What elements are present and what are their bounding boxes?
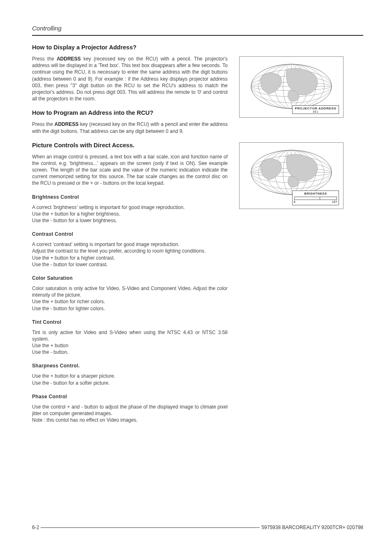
text: Use the - button for lower contrast. — [32, 261, 228, 268]
overlay-brightness: BRIGHTNESS 0 127 — [292, 190, 339, 205]
text: Use the + button for a higher brightness… — [32, 211, 228, 217]
block-color: Color saturation is only active for Vide… — [32, 285, 228, 312]
doc-id: 5975938 BARCOREALITY 9200TCR+ 020798 — [261, 525, 363, 530]
para-picture-intro: When an image control is pressed, a text… — [32, 153, 228, 187]
kbd-address: ADDRESS — [57, 56, 81, 62]
text: Use the - button for a softer picture. — [32, 380, 228, 386]
text: Adjust the contrast to the level you pre… — [32, 248, 228, 254]
para-program-address: Press the ADDRESS key (recessed key on t… — [32, 121, 228, 134]
text: Use the + button — [32, 342, 228, 349]
subhead-tint: Tint Control — [32, 319, 228, 325]
block-phase: Use the control + and - button to adjust… — [32, 404, 228, 424]
header-rule — [32, 35, 363, 36]
subhead-brightness: Brightness Control — [32, 194, 228, 200]
text: A correct 'contrast' setting is importan… — [32, 241, 228, 248]
text: Color saturation is only active for Vide… — [32, 285, 228, 298]
text: Use the - button for lighter colors. — [32, 305, 228, 312]
page-footer: 6-2 5975938 BARCOREALITY 9200TCR+ 020798 — [32, 525, 363, 530]
text: Use the + button for a sharper picture. — [32, 373, 228, 379]
text: Note : this contol has no effect on Vide… — [32, 417, 228, 423]
text: setting is important for good image repr… — [78, 204, 185, 210]
subhead-color: Color Saturation — [32, 275, 228, 281]
bar-max: 127 — [332, 200, 337, 203]
globe-icon — [248, 148, 334, 197]
text-italic: 'brightness' — [53, 204, 78, 210]
heading-display-address: How to Display a Projector Address? — [32, 44, 228, 51]
figure-projector-address: PROJECTOR ADDRESS 001 — [239, 56, 344, 118]
text: Press the — [32, 56, 57, 62]
text: Press the — [32, 121, 55, 127]
text: A correct — [32, 204, 53, 210]
para-display-address: Press the ADDRESS key (recessed key on t… — [32, 56, 228, 102]
block-tint: Tint is only active for Video and S-Vide… — [32, 329, 228, 356]
overlay-title: BRIGHTNESS — [304, 192, 327, 195]
footer-rule — [41, 527, 260, 528]
page-number: 6-2 — [32, 525, 39, 530]
text: Use the - button for a lower brightness. — [32, 217, 228, 224]
text: Use the + button for richer colors. — [32, 298, 228, 305]
block-contrast: A correct 'contrast' setting is importan… — [32, 241, 228, 268]
text: Use the + button for a higher contrast. — [32, 255, 228, 261]
subhead-phase: Phase Control — [32, 394, 228, 399]
heading-program-address: How to Program an Address into the RCU? — [32, 109, 228, 116]
subhead-contrast: Contrast Control — [32, 231, 228, 237]
kbd-address: ADDRESS — [55, 121, 79, 127]
heading-picture-controls: Picture Controls with Direct Access. — [32, 142, 228, 149]
text: Use the - button. — [32, 349, 228, 355]
subhead-sharpness: Sharpness Control. — [32, 363, 228, 369]
bar-scale — [294, 197, 337, 200]
block-brightness: A correct 'brightness' setting is import… — [32, 204, 228, 224]
text: key (recessed key on the RCU) with a pen… — [32, 56, 228, 102]
overlay-projector-address: PROJECTOR ADDRESS 001 — [292, 105, 339, 114]
overlay-value: 001 — [293, 110, 338, 113]
bar-fill — [295, 197, 320, 200]
section-header: Controlling — [32, 25, 363, 33]
text: Tint is only active for Video and S-Vide… — [32, 329, 228, 342]
overlay-title: PROJECTOR ADDRESS — [295, 107, 337, 110]
text: Use the control + and - button to adjust… — [32, 404, 228, 417]
block-sharpness: Use the + button for a sharper picture. … — [32, 373, 228, 386]
figure-brightness: BRIGHTNESS 0 127 — [239, 142, 344, 209]
bar-min: 0 — [294, 200, 295, 203]
globe-icon — [248, 62, 334, 111]
